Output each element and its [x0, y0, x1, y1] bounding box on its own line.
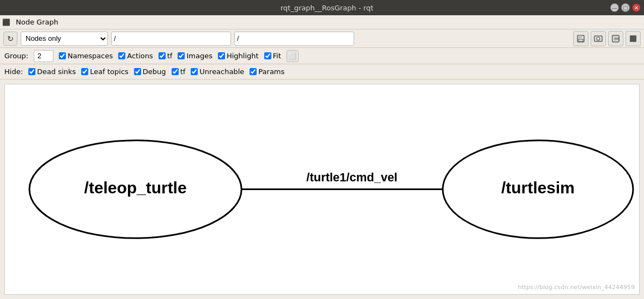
params-checkbox[interactable]	[250, 68, 257, 75]
screenshot-icon	[594, 34, 603, 43]
actions-checkbox-label[interactable]: Actions	[118, 52, 153, 60]
save-button[interactable]	[573, 31, 588, 46]
dead-sinks-checkbox[interactable]	[28, 68, 35, 75]
fit-label: Fit	[273, 52, 281, 60]
highlight-label: Highlight	[227, 52, 259, 60]
dead-sinks-checkbox-label[interactable]: Dead sinks	[28, 68, 76, 76]
leaf-topics-checkbox-label[interactable]: Leaf topics	[81, 68, 129, 76]
tf-label: tf	[167, 52, 173, 60]
close-button[interactable]: ✕	[632, 3, 641, 12]
highlight-checkbox-label[interactable]: Highlight	[218, 52, 259, 60]
unreachable-checkbox-label[interactable]: Unreachable	[191, 68, 244, 76]
tf-checkbox-label[interactable]: tf	[159, 52, 173, 60]
screenshot-button[interactable]	[591, 31, 606, 46]
fit-icon-button[interactable]: ⬜	[287, 50, 299, 62]
toolbar: ↻ Nodes only Nodes/Topics (all) Nodes/To…	[0, 29, 644, 48]
titlebar-title: rqt_graph__RosGraph - rqt	[44, 4, 610, 12]
leaf-topics-label: Leaf topics	[90, 68, 129, 76]
filter-input-2[interactable]	[234, 32, 354, 46]
unreachable-checkbox[interactable]	[191, 68, 198, 75]
group-spinner[interactable]	[34, 50, 53, 62]
node-turtlesim-label: /turtlesim	[501, 179, 575, 197]
svg-rect-9	[630, 35, 636, 42]
hide-tf-checkbox[interactable]	[172, 68, 179, 75]
namespaces-checkbox-label[interactable]: Namespaces	[59, 52, 113, 60]
save-icon	[576, 34, 585, 43]
refresh-button[interactable]: ↻	[3, 32, 17, 46]
leaf-topics-checkbox[interactable]	[81, 68, 88, 75]
namespaces-label: Namespaces	[68, 52, 113, 60]
filter-input-1[interactable]	[111, 32, 231, 46]
params-checkbox-label[interactable]: Params	[250, 68, 284, 76]
group-label: Group:	[4, 52, 28, 60]
debug-label: Debug	[143, 68, 166, 76]
view-mode-dropdown[interactable]: Nodes only Nodes/Topics (all) Nodes/Topi…	[21, 32, 108, 46]
graph-svg: /teleop_turtle /turtle1/cmd_vel /turtles…	[5, 84, 639, 294]
actions-label: Actions	[127, 52, 153, 60]
hide-tf-checkbox-label[interactable]: tf	[172, 68, 186, 76]
debug-checkbox[interactable]	[134, 68, 141, 75]
images-checkbox-label[interactable]: Images	[178, 52, 212, 60]
maximize-button[interactable]: □	[621, 3, 630, 12]
fit-checkbox-label[interactable]: Fit	[264, 52, 281, 60]
export-icon: IMG	[611, 34, 620, 43]
watermark: https://blog.csdn.net/weixin_44244959	[518, 284, 635, 291]
options-icon	[629, 34, 637, 43]
params-label: Params	[258, 68, 284, 76]
titlebar: rqt_graph__RosGraph - rqt — □ ✕	[0, 0, 644, 15]
svg-rect-2	[579, 39, 583, 41]
dead-sinks-label: Dead sinks	[37, 68, 76, 76]
svg-rect-1	[579, 35, 582, 38]
node-graph-icon: ⬛	[2, 19, 10, 26]
hide-row: Hide: Dead sinks Leaf topics Debug tf Un…	[0, 64, 644, 80]
images-checkbox[interactable]	[178, 52, 185, 59]
menubar: ⬛ Node Graph	[0, 15, 644, 29]
unreachable-label: Unreachable	[199, 68, 244, 76]
toolbar-right-buttons: IMG	[573, 31, 641, 46]
svg-rect-5	[597, 35, 600, 36]
options-button[interactable]	[625, 31, 641, 46]
options-row: Group: Namespaces Actions tf Images High…	[0, 48, 644, 64]
svg-text:IMG: IMG	[614, 37, 620, 41]
tf-checkbox[interactable]	[159, 52, 166, 59]
actions-checkbox[interactable]	[118, 52, 125, 59]
namespaces-checkbox[interactable]	[59, 52, 66, 59]
highlight-checkbox[interactable]	[218, 52, 225, 59]
hide-tf-label: tf	[180, 68, 186, 76]
minimize-button[interactable]: —	[610, 3, 619, 12]
menubar-app-name[interactable]: Node Graph	[11, 17, 63, 27]
node-teleop-turtle-label: /teleop_turtle	[84, 179, 187, 197]
graph-area: /teleop_turtle /turtle1/cmd_vel /turtles…	[4, 84, 640, 295]
edge-label: /turtle1/cmd_vel	[306, 170, 397, 184]
hide-label: Hide:	[4, 68, 23, 76]
svg-point-4	[597, 37, 600, 40]
export-button[interactable]: IMG	[608, 31, 623, 46]
fit-checkbox[interactable]	[264, 52, 271, 59]
group-input[interactable]	[34, 50, 53, 62]
titlebar-controls: — □ ✕	[610, 3, 644, 12]
images-label: Images	[186, 52, 212, 60]
debug-checkbox-label[interactable]: Debug	[134, 68, 166, 76]
